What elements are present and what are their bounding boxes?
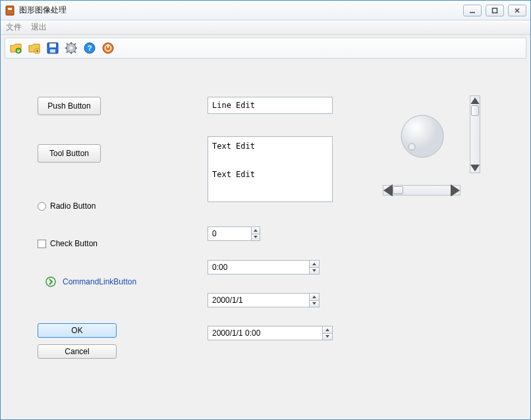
folder-plus-icon[interactable] <box>26 40 42 56</box>
close-button[interactable] <box>508 5 526 16</box>
scroll-up-button[interactable] <box>470 96 480 105</box>
arrow-right-icon <box>45 276 56 287</box>
svg-point-37 <box>401 115 443 157</box>
content-area: Push Button Tool Button Radio Button Che… <box>1 60 530 419</box>
command-link-label: CommandLinkButton <box>63 277 136 286</box>
svg-marker-34 <box>312 302 316 305</box>
svg-marker-29 <box>254 229 258 232</box>
svg-marker-30 <box>254 236 258 238</box>
spin-up-button[interactable] <box>310 294 319 301</box>
scroll-thumb[interactable] <box>393 186 403 194</box>
scroll-down-button[interactable] <box>470 163 480 172</box>
help-icon[interactable]: ? <box>82 40 98 56</box>
svg-marker-32 <box>312 269 316 272</box>
scroll-right-button[interactable] <box>451 186 460 195</box>
radio-label: Radio Button <box>50 201 96 211</box>
scroll-track[interactable] <box>470 105 480 163</box>
checkbox-icon <box>38 240 46 248</box>
menu-file[interactable]: 文件 <box>6 22 22 33</box>
scroll-left-button[interactable] <box>383 186 393 195</box>
command-link-button[interactable]: CommandLinkButton <box>40 271 172 293</box>
date-edit-input[interactable] <box>208 296 309 305</box>
spin-up-button[interactable] <box>252 227 260 234</box>
time-edit[interactable] <box>208 260 320 275</box>
svg-line-20 <box>74 51 76 53</box>
cancel-button[interactable]: Cancel <box>38 344 117 359</box>
svg-marker-36 <box>325 335 329 338</box>
dial[interactable] <box>399 113 446 160</box>
line-edit[interactable] <box>208 97 333 114</box>
svg-marker-41 <box>470 97 480 105</box>
spin-down-button[interactable] <box>310 268 319 275</box>
push-button[interactable]: Push Button <box>38 97 101 115</box>
svg-point-14 <box>70 47 73 50</box>
svg-marker-35 <box>325 328 329 331</box>
menubar: 文件 退出 <box>1 20 530 35</box>
menu-quit[interactable]: 退出 <box>31 22 47 33</box>
svg-line-22 <box>67 51 68 53</box>
svg-rect-1 <box>8 8 12 10</box>
svg-marker-40 <box>451 184 460 197</box>
svg-rect-3 <box>493 8 497 13</box>
svg-marker-31 <box>312 263 316 265</box>
radio-icon <box>38 202 46 211</box>
minimize-button[interactable] <box>463 5 482 16</box>
scroll-thumb[interactable] <box>471 105 479 116</box>
power-icon[interactable] <box>100 40 116 56</box>
gear-icon[interactable] <box>63 40 79 56</box>
spin-down-button[interactable] <box>252 234 260 241</box>
svg-rect-0 <box>6 6 14 15</box>
check-button[interactable]: Check Button <box>38 239 98 248</box>
svg-marker-39 <box>383 184 393 197</box>
maximize-button[interactable] <box>486 5 504 16</box>
tool-button[interactable]: Tool Button <box>38 144 101 163</box>
spin-up-button[interactable] <box>310 261 319 268</box>
svg-point-38 <box>408 144 415 150</box>
scroll-track[interactable] <box>393 186 451 195</box>
spin-up-button[interactable] <box>323 327 332 334</box>
datetime-edit[interactable] <box>208 326 333 340</box>
svg-line-21 <box>74 43 76 45</box>
titlebar: 图形图像处理 <box>1 1 530 20</box>
datetime-edit-input[interactable] <box>208 328 322 338</box>
check-label: Check Button <box>50 239 98 248</box>
spin-box[interactable] <box>208 226 260 241</box>
spin-down-button[interactable] <box>323 334 332 340</box>
ok-button[interactable]: OK <box>38 323 117 338</box>
window-controls <box>463 5 526 16</box>
text-edit[interactable] <box>208 136 333 202</box>
radio-button[interactable]: Radio Button <box>38 201 96 211</box>
spin-box-input[interactable] <box>208 229 251 238</box>
horizontal-scrollbar[interactable] <box>383 185 461 196</box>
save-icon[interactable] <box>45 40 61 56</box>
folder-reload-icon[interactable] <box>8 40 24 56</box>
svg-line-19 <box>67 43 68 45</box>
vertical-scrollbar[interactable] <box>470 95 480 173</box>
svg-point-6 <box>16 48 21 53</box>
svg-point-28 <box>46 277 55 286</box>
time-edit-input[interactable] <box>208 263 309 272</box>
date-edit[interactable] <box>208 293 320 307</box>
svg-rect-12 <box>50 49 55 53</box>
svg-text:?: ? <box>88 44 92 52</box>
app-icon <box>5 5 15 16</box>
spin-down-button[interactable] <box>310 301 319 307</box>
window-title: 图形图像处理 <box>19 5 463 16</box>
toolbar: ? <box>5 38 526 59</box>
svg-marker-42 <box>470 165 480 172</box>
svg-rect-11 <box>49 43 56 47</box>
svg-marker-33 <box>312 296 316 298</box>
